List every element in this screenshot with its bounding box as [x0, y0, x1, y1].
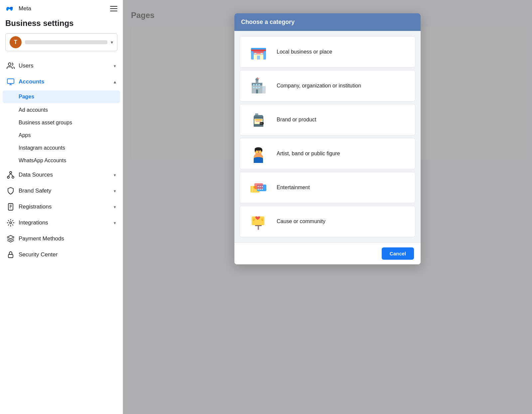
svg-rect-46: [260, 123, 261, 124]
account-name-placeholder: [25, 40, 107, 44]
accounts-icon: [7, 78, 15, 86]
business-settings-title: Business settings: [0, 19, 123, 28]
sidebar-item-payment-methods[interactable]: Payment Methods: [0, 231, 123, 247]
category-label-company: Company, organization or institution: [277, 83, 361, 89]
modal-body: Local business or place: [234, 31, 421, 242]
users-chevron-icon: ▾: [114, 64, 116, 69]
category-label-local-business: Local business or place: [277, 49, 332, 55]
svg-rect-19: [257, 56, 260, 60]
svg-rect-66: [262, 189, 263, 190]
security-center-icon: [7, 251, 15, 259]
sidebar-item-brand-safety[interactable]: Brand Safety ▾: [0, 183, 123, 199]
category-label-artist: Artist, band or public figure: [277, 151, 340, 157]
sidebar-subitem-apps[interactable]: Apps: [0, 129, 123, 142]
chevron-down-icon: ▾: [111, 40, 113, 45]
svg-rect-64: [258, 189, 259, 190]
meta-logo-icon: [5, 5, 16, 12]
svg-rect-31: [258, 84, 260, 85]
account-selector[interactable]: T ▾: [5, 33, 117, 51]
category-item-brand[interactable]: Brand or product: [240, 104, 415, 135]
data-sources-chevron-icon: ▾: [114, 173, 116, 178]
sidebar-subitem-instagram-accounts[interactable]: Instagram accounts: [0, 142, 123, 154]
svg-rect-52: [256, 151, 258, 153]
svg-rect-62: [260, 186, 261, 187]
modal-title: Choose a category: [241, 19, 295, 25]
sidebar-item-payment-methods-label: Payment Methods: [19, 235, 116, 242]
svg-rect-29: [253, 84, 255, 85]
category-item-company[interactable]: Company, organization or institution: [240, 70, 415, 101]
sidebar-item-accounts[interactable]: Accounts ▴: [0, 74, 123, 90]
svg-point-13: [10, 222, 12, 224]
registrations-icon: [7, 203, 15, 211]
local-business-icon: [247, 42, 270, 62]
svg-rect-38: [263, 89, 264, 90]
svg-rect-69: [255, 225, 262, 226]
integrations-chevron-icon: ▾: [114, 220, 116, 225]
integrations-icon: [7, 219, 15, 227]
sidebar-item-security-center-label: Security Center: [19, 251, 116, 258]
cancel-button[interactable]: Cancel: [382, 247, 414, 260]
svg-point-5: [7, 176, 9, 178]
payment-methods-icon: [7, 235, 15, 243]
sidebar-subitem-pages[interactable]: Pages: [3, 90, 120, 103]
svg-point-0: [8, 63, 11, 66]
modal-footer: Cancel: [234, 242, 421, 264]
category-item-entertainment[interactable]: Entertainment: [240, 172, 415, 203]
svg-point-4: [10, 172, 12, 174]
sidebar-item-brand-safety-label: Brand Safety: [19, 188, 110, 194]
brand-safety-icon: [7, 187, 15, 195]
cause-icon: [247, 211, 270, 231]
category-item-artist[interactable]: Artist, band or public figure: [240, 138, 415, 169]
modal-backdrop: Choose a category: [123, 0, 532, 414]
svg-rect-33: [256, 87, 257, 88]
brand-safety-chevron-icon: ▾: [114, 189, 116, 194]
sidebar-item-integrations[interactable]: Integrations ▾: [0, 215, 123, 231]
registrations-chevron-icon: ▾: [114, 205, 116, 209]
brand-icon: [247, 110, 270, 130]
svg-rect-35: [256, 89, 258, 93]
svg-rect-39: [255, 113, 258, 115]
svg-rect-65: [260, 189, 261, 190]
sidebar-subitem-whatsapp-accounts[interactable]: WhatsApp Accounts: [0, 154, 123, 167]
main-nav: Users ▾ Accounts ▴ Pages Ad accounts Bus…: [0, 58, 123, 265]
users-icon: [7, 62, 15, 70]
modal-header: Choose a category: [234, 13, 421, 31]
svg-rect-34: [258, 87, 260, 88]
hamburger-menu[interactable]: [110, 6, 117, 11]
svg-rect-41: [255, 119, 262, 120]
svg-rect-1: [7, 79, 14, 83]
category-item-local-business[interactable]: Local business or place: [240, 36, 415, 68]
meta-logo-text: Meta: [19, 5, 31, 12]
category-label-brand: Brand or product: [277, 117, 316, 123]
sidebar-item-accounts-label: Accounts: [19, 78, 110, 85]
svg-rect-9: [8, 204, 13, 210]
sidebar-item-data-sources-label: Data Sources: [19, 172, 110, 178]
sidebar-item-security-center[interactable]: Security Center: [0, 247, 123, 263]
accounts-chevron-icon: ▴: [114, 79, 116, 84]
sidebar-subitem-business-asset-groups[interactable]: Business asset groups: [0, 116, 123, 129]
main-content: Pages Choose a category: [123, 0, 532, 414]
category-modal: Choose a category: [234, 13, 421, 264]
avatar: T: [10, 36, 22, 48]
artist-icon: [247, 144, 270, 164]
sidebar-item-registrations[interactable]: Registrations ▾: [0, 199, 123, 215]
svg-rect-63: [262, 186, 263, 187]
sidebar-item-users-label: Users: [19, 63, 110, 69]
sidebar: Meta Business settings T ▾ Users ▾: [0, 0, 123, 414]
svg-rect-50: [255, 149, 256, 152]
sidebar-item-users[interactable]: Users ▾: [0, 58, 123, 74]
svg-rect-32: [253, 87, 255, 88]
sidebar-item-registrations-label: Registrations: [19, 204, 110, 210]
category-label-entertainment: Entertainment: [277, 185, 310, 191]
data-sources-icon: [7, 171, 15, 179]
svg-rect-61: [258, 186, 259, 187]
category-item-cause[interactable]: Cause or community: [240, 206, 415, 237]
svg-point-44: [261, 123, 262, 124]
svg-line-7: [8, 174, 11, 176]
svg-rect-14: [8, 254, 13, 258]
entertainment-icon: [247, 178, 270, 198]
sidebar-subitem-ad-accounts[interactable]: Ad accounts: [0, 104, 123, 116]
sidebar-item-data-sources[interactable]: Data Sources ▾: [0, 167, 123, 183]
meta-logo: Meta: [5, 5, 117, 12]
svg-rect-42: [256, 121, 261, 122]
